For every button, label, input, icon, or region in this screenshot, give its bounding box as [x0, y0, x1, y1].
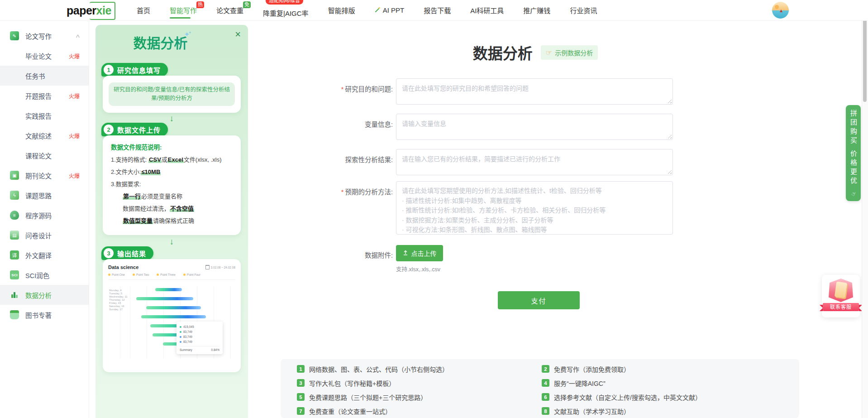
- legend-item: Point Two: [133, 273, 149, 276]
- hot-tag: 火爆: [69, 132, 80, 139]
- preview-bar: [155, 288, 182, 291]
- expected-methods-input[interactable]: 请在此处填写您期望使用的分析方法,如描述性统计、t检验、回归分析等 · 描述性统…: [396, 181, 673, 235]
- scrollbar-thumb[interactable]: [863, 7, 867, 102]
- feature-number-badge: 7: [297, 407, 305, 415]
- sidebar-group-paper-writing[interactable]: ✎ 论文写作 ∧: [0, 26, 89, 46]
- feature-text: 文献互助（学术学习互助）: [554, 407, 630, 416]
- spec-heading: 数据文件规范说明:: [111, 142, 233, 154]
- logo[interactable]: paperxie: [67, 3, 111, 18]
- placeholder-text: · 可视化方法:如条形图、折线图、散点图、箱线图等: [402, 225, 667, 235]
- required-mark: *: [341, 188, 344, 196]
- feature-number-badge: 5: [297, 393, 305, 401]
- feature-text: 服务“一键降AIGC”: [554, 379, 606, 388]
- tooltip-value: 83,749: [183, 334, 192, 339]
- hot-badge: 热: [196, 1, 204, 8]
- nav-item-report-download[interactable]: 报告下载: [424, 0, 451, 20]
- sidebar-item-data-analysis[interactable]: 数据分析: [0, 285, 89, 305]
- tooltip-dot-icon: [180, 341, 181, 343]
- top-nav-bar: paperxie 首页 智能写作 热 论文查重 免 适配知网/维普 降重复|AI…: [0, 0, 868, 21]
- pay-button[interactable]: 支付: [498, 291, 580, 309]
- placeholder-text: 请输入变量信息: [402, 119, 667, 129]
- required-mark: *: [341, 86, 344, 93]
- resize-grip[interactable]: [667, 169, 672, 174]
- legend-label: Point One: [112, 273, 125, 276]
- nav-item-plagiarism-check[interactable]: 论文查重 免: [216, 0, 243, 20]
- sidebar-item-proposal-report[interactable]: 开题报告 火爆: [0, 86, 89, 106]
- contact-service-widget[interactable]: 联系客服: [822, 275, 860, 317]
- spec-line-cleaned: 数据需经过清洗，不含空值: [111, 202, 233, 215]
- sidebar-item-questionnaire-design[interactable]: ▤ 问卷设计: [0, 225, 89, 245]
- sci-icon: SCI: [10, 270, 19, 279]
- user-avatar[interactable]: [772, 2, 789, 19]
- sidebar-item-journal-paper[interactable]: ▣ 期刊论文 火爆: [0, 165, 89, 185]
- chevron-up-icon: ∧: [75, 33, 81, 39]
- exploratory-results-input[interactable]: 请在输入您已有的分析结果，简要描述已进行的分析工作: [396, 149, 673, 175]
- down-arrow-icon: ↓: [95, 237, 248, 247]
- sidebar-item-sci-polish[interactable]: SCI SCI润色: [0, 265, 89, 285]
- nav-item-ai-ppt[interactable]: AI PPT: [375, 0, 405, 20]
- page-scrollbar[interactable]: [862, 0, 868, 418]
- sidebar-item-practice-report[interactable]: 实践报告: [0, 106, 89, 125]
- spec-line-numeric: 数值型变量请确保格式正确: [111, 215, 233, 227]
- bar-chart-icon: [10, 290, 19, 299]
- step-1-note: 研究目的和问题/变量信息/已有的探索性分析结果/预期的分析方: [109, 82, 235, 106]
- nav-item-smart-layout[interactable]: 智能排版: [328, 0, 355, 20]
- app-window: paperxie 首页 智能写作 热 论文查重 免 适配知网/维普 降重复|AI…: [0, 0, 868, 418]
- field-label-exploratory-results: 探索性分析结果:: [311, 154, 393, 164]
- feature-text: 免费查重（论文查重一站式）: [309, 407, 391, 416]
- sidebar-item-foreign-translation[interactable]: 译 外文翻译: [0, 245, 89, 265]
- placeholder-text: 请在此处填写您的研究目的和希望回答的问题: [402, 83, 667, 93]
- legend-dot-icon: [157, 274, 159, 276]
- sidebar-item-literature-review[interactable]: 文献综述 火爆: [0, 125, 89, 145]
- feature-number-badge: 4: [542, 379, 549, 387]
- upload-button[interactable]: 点击上传: [396, 245, 443, 261]
- cnki-compat-pill: 适配知网/维普: [266, 0, 303, 5]
- legend-dot-icon: [133, 274, 135, 276]
- hot-tag: 火爆: [69, 172, 80, 179]
- magic-wand-icon: [375, 6, 381, 14]
- step-2-card: 数据文件规范说明: 1.支持的格式: CSV或Excel文件(xlsx, .xl…: [103, 135, 241, 235]
- main-nav: 首页 智能写作 热 论文查重 免 适配知网/维普 降重复|AIGC率 智能排版 …: [137, 0, 597, 20]
- steps-promo-panel: × 数据分析 ✦✦ 1 研究信息填写 研究目的和问题/变量信息/已有的探索性分析…: [95, 25, 248, 418]
- nav-item-ai-research-tools[interactable]: AI科研工具: [470, 0, 504, 20]
- nav-item-reduce-aigc[interactable]: 适配知网/维普 降重复|AIGC率: [263, 0, 309, 23]
- highlight-term: 第一行: [123, 193, 141, 200]
- example-link[interactable]: ☞ 示例数据分析: [541, 45, 598, 60]
- sidebar-item-task-book[interactable]: 任务书: [0, 66, 89, 86]
- resize-grip[interactable]: [667, 99, 672, 103]
- sidebar-item-topic-ideas[interactable]: ϟ 课题思路: [0, 185, 89, 205]
- preview-date-range: 3.02.08 ~ 24.02.08: [205, 265, 235, 269]
- sidebar-item-source-code[interactable]: ≡ 程序源码: [0, 205, 89, 225]
- legend-item: Point Four: [183, 273, 200, 276]
- books-icon: [10, 310, 19, 319]
- tooltip-row: 415,045: [180, 324, 219, 329]
- nav-item-promotion[interactable]: 推广赚钱: [523, 0, 550, 20]
- sidebar-item-course-paper[interactable]: 课程论文: [0, 145, 89, 165]
- tooltip-value: 83,749: [183, 339, 192, 344]
- preview-bar: [141, 315, 206, 318]
- feature-number-badge: 3: [297, 379, 305, 387]
- resize-grip[interactable]: [667, 134, 672, 139]
- variable-info-input[interactable]: 请输入变量信息: [396, 114, 673, 140]
- nav-item-smart-writing[interactable]: 智能写作 热: [170, 0, 197, 20]
- feature-item: 2免费写作（添加免费领取）: [542, 362, 799, 376]
- promo-title: 数据分析: [84, 32, 237, 52]
- preview-tooltip-rows: 415,04583,74983,74983,749: [180, 324, 219, 344]
- feature-item: 6选择参考文献（自定义上传/搜索勾选，中英文文献）: [542, 390, 799, 404]
- tooltip-row: 83,749: [180, 339, 219, 344]
- calendar-icon: [205, 265, 210, 269]
- step-2-pill: 2 数据文件上传: [101, 123, 168, 136]
- research-purpose-input[interactable]: 请在此处填写您的研究目的和希望回答的问题: [396, 78, 673, 105]
- sidebar-item-book-monograph[interactable]: 图书专著: [0, 305, 89, 325]
- preview-tooltip: 415,04583,74983,74983,749 Summary0.84%: [176, 322, 223, 354]
- step-1-card: 研究目的和问题/变量信息/已有的探索性分析结果/预期的分析方: [103, 76, 241, 113]
- nav-item-home[interactable]: 首页: [137, 0, 150, 20]
- tooltip-dot-icon: [180, 336, 181, 338]
- highlight-term: CSV: [148, 156, 162, 163]
- group-buy-tab[interactable]: 拼团购买 价格更优 ☝: [846, 105, 861, 201]
- nav-item-industry-news[interactable]: 行业资讯: [570, 0, 597, 20]
- tooltip-value: 83,749: [183, 329, 192, 334]
- sidebar-item-graduation-thesis[interactable]: 毕业论文 火爆: [0, 46, 89, 66]
- feature-number-badge: 6: [542, 393, 549, 401]
- hand-pointer-icon: ☝: [850, 190, 857, 197]
